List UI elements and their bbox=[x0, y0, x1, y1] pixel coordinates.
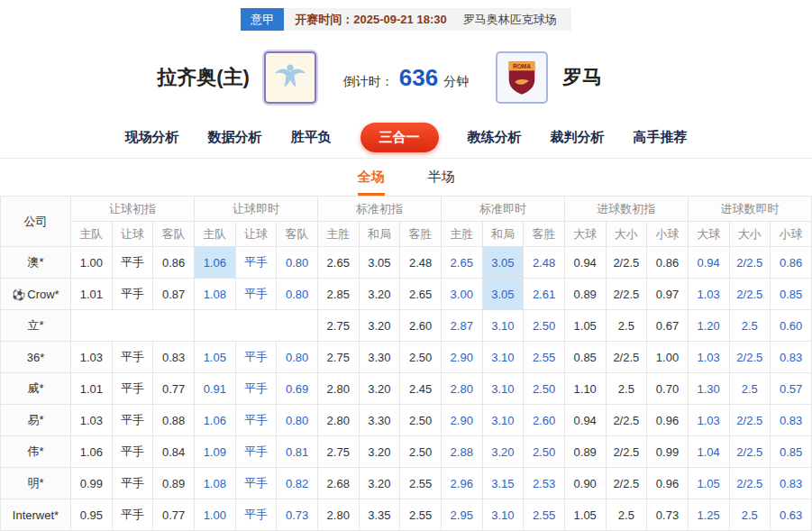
odds-cell[interactable]: 0.96 bbox=[647, 405, 689, 436]
odds-cell[interactable]: 0.60 bbox=[771, 310, 812, 342]
odds-cell[interactable]: 0.80 bbox=[277, 279, 318, 310]
odds-cell[interactable]: 2.80 bbox=[317, 405, 359, 436]
odds-cell[interactable]: 2/2.5 bbox=[606, 468, 647, 499]
odds-cell[interactable]: 2.96 bbox=[441, 468, 482, 499]
odds-cell[interactable]: 1.00 bbox=[194, 499, 235, 531]
odds-cell[interactable]: 1.04 bbox=[688, 436, 729, 468]
odds-cell[interactable]: 3.30 bbox=[359, 405, 400, 436]
tab-三合一[interactable]: 三合一 bbox=[360, 123, 439, 152]
odds-cell[interactable]: 1.05 bbox=[194, 342, 235, 373]
odds-cell[interactable]: 1.05 bbox=[564, 310, 606, 342]
odds-cell[interactable]: 1.03 bbox=[688, 279, 729, 310]
odds-cell[interactable]: 0.73 bbox=[647, 499, 689, 531]
company-cell[interactable]: Interwet* bbox=[1, 499, 71, 531]
odds-cell[interactable]: 1.10 bbox=[564, 373, 606, 405]
odds-cell[interactable]: 平手 bbox=[235, 279, 277, 310]
odds-cell[interactable]: 0.86 bbox=[153, 247, 195, 279]
tab-高手推荐[interactable]: 高手推荐 bbox=[634, 129, 688, 146]
odds-cell[interactable]: 0.69 bbox=[277, 373, 318, 405]
odds-cell[interactable]: 2.55 bbox=[524, 499, 565, 531]
odds-cell[interactable]: 0.80 bbox=[277, 342, 318, 373]
odds-cell[interactable]: 0.89 bbox=[564, 436, 606, 468]
odds-cell[interactable]: 2.55 bbox=[400, 468, 442, 499]
odds-cell[interactable]: 0.57 bbox=[771, 373, 812, 405]
odds-cell[interactable]: 0.85 bbox=[771, 436, 812, 468]
odds-cell[interactable]: 2.53 bbox=[524, 468, 565, 499]
tab-数据分析[interactable]: 数据分析 bbox=[208, 129, 262, 146]
odds-cell[interactable]: 1.08 bbox=[194, 468, 235, 499]
odds-cell[interactable]: 0.83 bbox=[771, 468, 812, 499]
odds-cell[interactable]: 0.89 bbox=[564, 279, 606, 310]
odds-cell[interactable]: 3.10 bbox=[482, 342, 524, 373]
odds-cell[interactable]: 3.20 bbox=[359, 310, 400, 342]
odds-cell[interactable]: 1.06 bbox=[194, 405, 235, 436]
odds-cell[interactable]: 2/2.5 bbox=[729, 468, 771, 499]
odds-cell[interactable]: 1.00 bbox=[71, 247, 113, 279]
odds-cell[interactable]: 1.30 bbox=[688, 373, 729, 405]
odds-cell[interactable]: 1.00 bbox=[647, 342, 689, 373]
company-cell[interactable]: 立* bbox=[1, 310, 71, 342]
odds-cell[interactable]: 2.90 bbox=[441, 405, 482, 436]
odds-cell[interactable]: 平手 bbox=[235, 342, 277, 373]
odds-cell[interactable]: 2.55 bbox=[524, 342, 565, 373]
odds-cell[interactable]: 3.20 bbox=[359, 279, 400, 310]
odds-cell[interactable]: 2.50 bbox=[524, 310, 565, 342]
odds-cell[interactable]: 2.50 bbox=[400, 436, 442, 468]
odds-cell[interactable]: 1.08 bbox=[194, 279, 235, 310]
odds-cell[interactable]: 0.77 bbox=[153, 499, 195, 531]
odds-cell[interactable]: 3.10 bbox=[482, 499, 524, 531]
odds-cell[interactable]: 3.10 bbox=[482, 310, 524, 342]
odds-cell[interactable]: 3.05 bbox=[359, 247, 400, 279]
odds-cell[interactable]: 2.65 bbox=[441, 247, 482, 279]
tab-胜平负[interactable]: 胜平负 bbox=[291, 129, 332, 146]
odds-cell[interactable]: 2/2.5 bbox=[729, 342, 771, 373]
company-cell[interactable]: 伟* bbox=[1, 436, 71, 468]
odds-cell[interactable]: 2/2.5 bbox=[606, 247, 647, 279]
odds-cell[interactable]: 3.05 bbox=[482, 247, 524, 279]
odds-cell[interactable]: 0.94 bbox=[564, 405, 606, 436]
odds-cell[interactable]: 2.65 bbox=[400, 279, 442, 310]
odds-cell[interactable]: 0.90 bbox=[564, 468, 606, 499]
odds-cell[interactable]: 3.20 bbox=[359, 373, 400, 405]
odds-cell[interactable]: 2.75 bbox=[317, 436, 359, 468]
company-cell[interactable]: 澳* bbox=[1, 247, 71, 279]
odds-cell[interactable]: 0.85 bbox=[564, 342, 606, 373]
odds-cell[interactable]: 2/2.5 bbox=[729, 247, 771, 279]
company-cell[interactable]: ⚽Crow* bbox=[1, 279, 71, 310]
odds-cell[interactable]: 0.89 bbox=[153, 468, 195, 499]
odds-cell[interactable]: 0.80 bbox=[277, 405, 318, 436]
odds-cell[interactable]: 2.48 bbox=[524, 247, 565, 279]
odds-cell[interactable]: 3.05 bbox=[482, 279, 524, 310]
odds-cell[interactable]: 0.95 bbox=[71, 499, 113, 531]
odds-cell[interactable]: 2.75 bbox=[317, 342, 359, 373]
odds-cell[interactable]: 2.68 bbox=[317, 468, 359, 499]
odds-cell[interactable]: 0.86 bbox=[647, 247, 689, 279]
odds-cell[interactable]: 2.5 bbox=[606, 499, 647, 531]
odds-cell[interactable]: 平手 bbox=[235, 405, 277, 436]
odds-cell[interactable]: 平手 bbox=[112, 279, 153, 310]
odds-cell[interactable]: 2/2.5 bbox=[606, 436, 647, 468]
odds-cell[interactable]: 2/2.5 bbox=[606, 342, 647, 373]
odds-cell[interactable]: 2.61 bbox=[524, 279, 565, 310]
odds-cell[interactable]: 0.99 bbox=[647, 436, 689, 468]
odds-cell[interactable]: 2.65 bbox=[317, 247, 359, 279]
odds-cell[interactable]: 2/2.5 bbox=[606, 405, 647, 436]
odds-cell[interactable]: 平手 bbox=[235, 499, 277, 531]
odds-cell[interactable]: 1.01 bbox=[71, 279, 113, 310]
odds-cell[interactable]: 2.90 bbox=[441, 342, 482, 373]
odds-cell[interactable]: 2.48 bbox=[400, 247, 442, 279]
odds-cell[interactable]: 0.80 bbox=[277, 247, 318, 279]
company-cell[interactable]: 易* bbox=[1, 405, 71, 436]
odds-cell[interactable]: 0.86 bbox=[771, 247, 812, 279]
odds-cell[interactable]: 1.06 bbox=[194, 247, 235, 279]
odds-cell[interactable]: 0.73 bbox=[277, 499, 318, 531]
odds-cell[interactable]: 2.60 bbox=[400, 310, 442, 342]
odds-cell[interactable]: 1.09 bbox=[194, 436, 235, 468]
odds-cell[interactable]: 平手 bbox=[112, 499, 153, 531]
odds-cell[interactable]: 3.10 bbox=[482, 405, 524, 436]
odds-cell[interactable]: 1.03 bbox=[71, 342, 113, 373]
subtab-全场[interactable]: 全场 bbox=[358, 169, 385, 196]
odds-cell[interactable]: 2.50 bbox=[524, 436, 565, 468]
tab-现场分析[interactable]: 现场分析 bbox=[125, 129, 179, 146]
odds-cell[interactable]: 0.97 bbox=[647, 279, 689, 310]
